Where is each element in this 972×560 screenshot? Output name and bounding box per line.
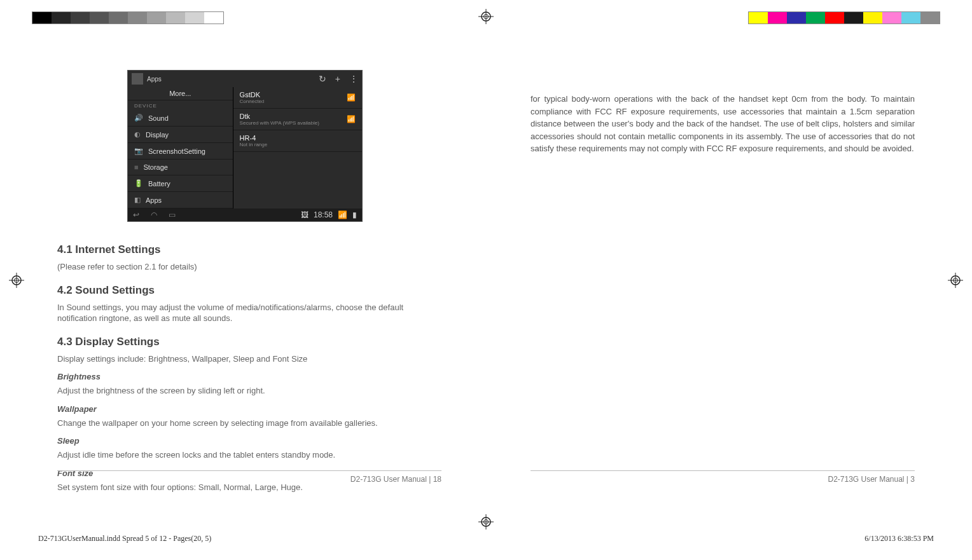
swatch (128, 12, 147, 24)
swatch (166, 12, 185, 24)
refresh-icon: ↻ (319, 74, 326, 84)
sidebar-item: 📷ScreenshotSetting (128, 143, 233, 160)
image-status-icon: 🖼 (301, 210, 309, 219)
wifi-signal-icon: 📶 (347, 93, 356, 102)
brightness-heading: Brightness (57, 372, 441, 381)
sidebar-item-label: Sound (148, 114, 169, 122)
section-4-1-body: (Please refer to section 2.1 for details… (57, 261, 441, 273)
registration-mark-icon (948, 273, 963, 288)
colorbar-right (748, 11, 940, 24)
swatch (90, 12, 109, 24)
sidebar-item: 🔊Sound (128, 110, 233, 126)
swatch (844, 12, 863, 24)
sidebar-item: ≡Storage (128, 160, 233, 175)
registration-mark-icon (9, 273, 24, 288)
android-settings-screenshot: Apps ↻ + ⋮ More... DEVICE 🔊Sound◐Display… (127, 70, 363, 222)
sidebar-more: More... (128, 87, 233, 100)
section-4-2-body: In Sound settings, you may adjust the vo… (57, 302, 441, 324)
swatch (882, 12, 901, 24)
sidebar-header: DEVICE (128, 100, 233, 110)
home-icon: ◠ (151, 210, 157, 219)
sidebar-item-label: ScreenshotSetting (148, 147, 205, 155)
page-right: for typical body-worn operations with th… (511, 38, 934, 490)
swatch (806, 12, 825, 24)
fcc-compliance-text: for typical body-worn operations with th… (531, 57, 915, 155)
wifi-network-row: GstDKConnected📶 (233, 87, 362, 109)
spread: Apps ↻ + ⋮ More... DEVICE 🔊Sound◐Display… (38, 38, 934, 490)
swatch (768, 12, 787, 24)
add-icon: + (335, 74, 340, 84)
swatch (749, 12, 768, 24)
wifi-network-status: Not in range (240, 142, 268, 147)
battery-status-icon: ▮ (352, 210, 357, 219)
sidebar-item-icon: 🔋 (134, 179, 143, 188)
swatch (147, 12, 166, 24)
sidebar-item: ◐Display (128, 126, 233, 143)
colorbar-left (32, 11, 224, 24)
page-left: Apps ↻ + ⋮ More... DEVICE 🔊Sound◐Display… (38, 38, 461, 490)
clock-time: 18:58 (314, 210, 333, 219)
sidebar-item-label: Apps (146, 196, 162, 204)
indesign-timestamp: 6/13/2013 6:38:53 PM (864, 534, 934, 543)
wifi-network-status: Connected (240, 99, 265, 104)
sidebar-item-label: Battery (148, 180, 170, 188)
swatch (863, 12, 882, 24)
wallpaper-heading: Wallpaper (57, 404, 441, 414)
section-4-3-heading: 4.3 Display Settings (57, 336, 441, 348)
sidebar-item-icon: ◐ (134, 130, 141, 139)
brightness-body: Adjust the brightness of the screen by s… (57, 385, 441, 397)
swatch (71, 12, 90, 24)
sidebar-item-icon: ◧ (134, 196, 141, 204)
sidebar-item-label: Storage (143, 163, 168, 171)
page-footer-right: D2-713G User Manual | 3 (531, 470, 915, 484)
screenshot-title: Apps (147, 76, 162, 83)
wifi-status-icon: 📶 (338, 210, 347, 219)
sleep-heading: Sleep (57, 436, 441, 446)
settings-icon (132, 73, 143, 85)
swatch (52, 12, 71, 24)
sidebar-item: 🔋Battery (128, 175, 233, 192)
sheet-footer: D2-713GUserManual.indd Spread 5 of 12 - … (38, 534, 934, 543)
settings-sidebar: More... DEVICE 🔊Sound◐Display📷Screenshot… (128, 87, 233, 208)
wifi-network-name: Dtk (240, 113, 319, 120)
section-4-3-body: Display settings include: Brightness, Wa… (57, 353, 441, 365)
page-footer-left: D2-713G User Manual | 18 (57, 470, 441, 484)
sidebar-item-label: Display (146, 131, 169, 139)
wifi-network-list: GstDKConnected📶DtkSecured with WPA (WPS … (233, 87, 362, 208)
wifi-network-row: DtkSecured with WPA (WPS available)📶 (233, 109, 362, 130)
wifi-network-name: HR-4 (240, 134, 268, 142)
wifi-signal-icon: 📶 (347, 115, 356, 123)
swatch (920, 12, 940, 24)
wifi-network-row: HR-4Not in range (233, 130, 362, 152)
sidebar-item-icon: 🔊 (134, 114, 143, 122)
swatch (109, 12, 128, 24)
sidebar-item: ◧Apps (128, 192, 233, 208)
sleep-body: Adjust idle time before the screen locks… (57, 449, 441, 461)
swatch (787, 12, 806, 24)
swatch (185, 12, 204, 24)
more-icon: ⋮ (349, 74, 358, 84)
recent-icon: ▭ (169, 210, 176, 219)
registration-mark-icon (478, 514, 494, 529)
navigation-bar: ↩ ◠ ▭ 🖼 18:58 📶 ▮ (128, 208, 362, 221)
swatch (204, 12, 223, 24)
section-4-1-heading: 4.1 Internet Settings (57, 243, 441, 256)
registration-mark-icon (478, 9, 494, 24)
wallpaper-body: Change the wallpaper on your home screen… (57, 418, 441, 429)
indesign-filename: D2-713GUserManual.indd Spread 5 of 12 - … (38, 534, 211, 543)
swatch (32, 12, 52, 24)
wifi-network-status: Secured with WPA (WPS available) (240, 120, 319, 126)
swatch (901, 12, 920, 24)
sidebar-item-icon: ≡ (134, 163, 138, 171)
wifi-network-name: GstDK (240, 91, 265, 99)
sidebar-item-icon: 📷 (134, 147, 143, 155)
swatch (825, 12, 844, 24)
back-icon: ↩ (133, 210, 139, 219)
section-4-2-heading: 4.2 Sound Settings (57, 284, 441, 297)
